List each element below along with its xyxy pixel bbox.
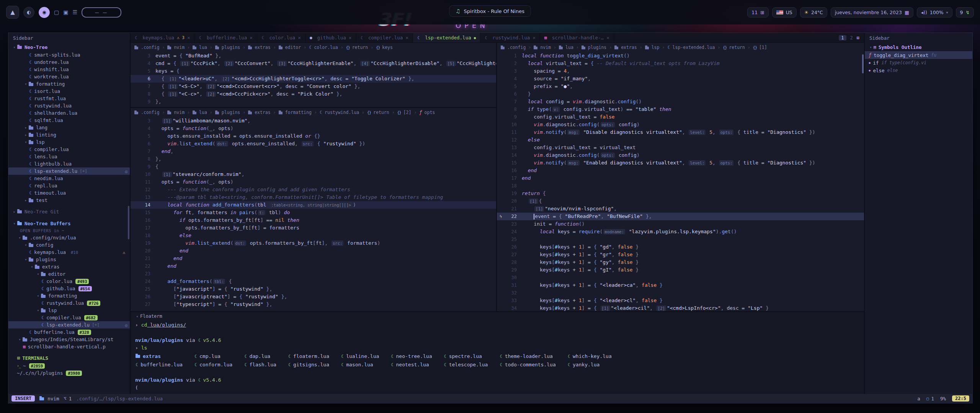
code-line[interactable]: 11 vim.notify(msg: "Disable diagnostics … (497, 128, 864, 136)
code-line[interactable]: 6 vim.list_extend(dst: opts.ensure_insta… (131, 140, 496, 148)
code-line[interactable]: 30 (497, 274, 864, 281)
battery-widget[interactable]: 9↯ (956, 7, 974, 18)
listing-entry[interactable]: extras (135, 352, 194, 360)
code-line[interactable]: 15 for ft, formatters in pairs(t: tbl) d… (131, 209, 496, 216)
code-line[interactable]: 25 (497, 236, 864, 243)
code-line[interactable]: 34 keys[#keys + 1] = { [1]"<leader>cil",… (497, 304, 864, 311)
code-line[interactable]: 26 keys[#keys + 1] = { "gd", false } (497, 243, 864, 251)
tree-item[interactable]: ☾smart-splits.lua (8, 51, 130, 59)
close-tab-icon[interactable]: × (250, 35, 253, 41)
tree-item[interactable]: ▾editor (8, 270, 130, 278)
code-line[interactable]: 4 source = "if_many", (497, 75, 864, 83)
tree-item[interactable]: ☾shellharden.lua (8, 109, 130, 117)
section-header[interactable]: ▾Neo-Tree (8, 43, 130, 51)
code-line[interactable]: 27 keys[#keys + 1] = { "gr", false } (497, 251, 864, 259)
code-line[interactable]: 17 opts.formatters_by_ft[ft] = formatter… (131, 224, 496, 232)
tree-item[interactable]: ▸linting (8, 131, 130, 138)
code-line[interactable]: 16 end (497, 167, 864, 174)
code-line[interactable]: 3 [1]"williamboman/mason.nvim", (131, 117, 496, 125)
window-button[interactable]: ▢ (54, 9, 59, 15)
code-line[interactable]: 27 ["typescript"] = { "rustywind" }, (131, 301, 496, 308)
close-tab-icon[interactable]: × (349, 35, 352, 41)
tree-item[interactable]: ~/.c/n/l/plugins#3980 (8, 369, 130, 377)
code-line[interactable]: 12 else (497, 136, 864, 144)
tree-item[interactable]: ▾plugins (8, 256, 130, 263)
code-line[interactable]: 29 keys[#keys + 1] = { "gI", false } (497, 266, 864, 274)
code-line[interactable]: 11 opts = function(_, opts) (131, 178, 496, 186)
listing-entry[interactable]: ☾yanky.lua (567, 360, 623, 369)
editor-tab[interactable]: ◉github.lua× (305, 33, 356, 42)
code-line[interactable]: 13 ---@param tbl table<string, conform.F… (131, 193, 496, 201)
code-line[interactable]: 9{ (131, 163, 496, 171)
code-line[interactable]: 26 ["javascriptreact"] = { "rustywind" }… (131, 293, 496, 301)
listing-entry[interactable]: ☾lualine.lua (341, 352, 390, 360)
tree-item[interactable]: ▾config (8, 241, 130, 249)
listing-entry[interactable]: ☾cmp.lua (194, 352, 244, 360)
listing-entry[interactable]: ☾bufferline.lua (135, 360, 194, 369)
code-line[interactable]: 7 { [1]"<S-C>", [2]"<cmd>CccConvert<cr>"… (131, 83, 496, 90)
tree-item[interactable]: ▾formatting (8, 80, 130, 88)
code-buffer[interactable]: 3 [1]"williamboman/mason.nvim",4 opts = … (131, 117, 496, 311)
code-line[interactable]: 22 end (131, 262, 496, 270)
listing-entry[interactable]: ☾neotest.lua (390, 360, 443, 369)
outline-symbol[interactable]: ƒtoggle_diag_virtextfu (865, 51, 972, 59)
tree-item[interactable]: ›_~#2859 (8, 362, 130, 369)
code-line[interactable]: 10 vim.diagnostic.config(opts: config) (497, 121, 864, 128)
editor-tab[interactable]: ☾lsp-extended.lua● (413, 33, 480, 42)
tree-item[interactable]: ☾rustywind.lua (8, 102, 130, 109)
workspace-indicator[interactable]: — — (82, 7, 121, 18)
code-line[interactable]: 14 vim.diagnostic.config(opts: config) (497, 151, 864, 159)
tree-item[interactable]: ☾undotree.lua (8, 59, 130, 66)
tree-item[interactable]: ☾rustfmt.lua (8, 95, 130, 102)
code-line[interactable]: 7 local config = vim.diagnostic.config() (497, 98, 864, 106)
close-tab-icon[interactable]: × (532, 35, 536, 41)
volume-widget[interactable]: ◂))100%▾ (917, 7, 952, 18)
code-line[interactable]: 7 end, (131, 148, 496, 155)
listing-entry[interactable]: ☾mason.lua (341, 360, 390, 369)
tree-item[interactable]: ☾lightbulb.lua (8, 160, 130, 167)
code-line[interactable]: 5 prefix = "●", (497, 83, 864, 90)
close-tab-icon[interactable]: × (187, 35, 190, 41)
tree-item[interactable]: ▾extras (8, 263, 130, 270)
code-line[interactable]: 6 { [1]"<leader>uC", [2]"<cmd>CccHighlig… (131, 75, 496, 83)
tree-item[interactable]: ☾repl.lua (8, 182, 130, 189)
editor-tab[interactable]: ☾rustywind.lua× (480, 33, 540, 42)
tree-item[interactable]: ▸test (8, 197, 130, 204)
code-line[interactable]: 5keys = { (131, 67, 496, 75)
listing-entry[interactable]: ☾dap.lua (244, 352, 288, 360)
floaterm-titlebar[interactable]: ▾ Floaterm (131, 312, 864, 320)
tree-item[interactable]: ☾timeout.lua (8, 189, 130, 197)
editor-tab[interactable]: ☾keymaps.lua⚠ 3× (131, 33, 195, 42)
notes-button[interactable]: ☰ (72, 9, 77, 15)
pane-scrollbar[interactable] (862, 54, 864, 73)
tree-item[interactable]: ☾lsp-extended.lu[+]◎ (8, 167, 130, 175)
code-line[interactable]: 33 keys[#keys + 1] = { "<leader>cl", fal… (497, 297, 864, 304)
code-line[interactable]: 20 end (131, 247, 496, 255)
date-widget[interactable]: jueves, noviembre 16, 2023▦ (831, 7, 913, 18)
listing-entry[interactable]: ☾neo-tree.lua (390, 352, 443, 360)
sidebar-scrollbar[interactable] (128, 206, 129, 239)
outline-symbol[interactable]: ◆elseelse (865, 67, 972, 74)
tree-item[interactable]: ☾bufferline.lua#328 (8, 328, 130, 336)
tree-item[interactable]: ☾keymaps.lua#10⚠ (8, 249, 130, 256)
code-line[interactable]: 18 else (131, 232, 496, 239)
panel-icon[interactable]: ⊞ (857, 35, 859, 41)
listing-entry[interactable]: ☾flash.lua (244, 360, 288, 369)
tree-item[interactable]: ☾winshift.lua (8, 66, 130, 73)
tree-item[interactable]: ☾worktree.lua (8, 73, 130, 80)
tree-item[interactable]: ▾formatting (8, 292, 130, 299)
listing-entry[interactable]: ☾conform.lua (194, 360, 244, 369)
code-line[interactable]: 8 if type(v: config.virtual_text) == "ta… (497, 106, 864, 113)
listing-entry[interactable]: ☾spectre.lua (443, 352, 499, 360)
code-line[interactable]: 32 (497, 289, 864, 297)
tree-item[interactable]: ☾lsp-extended.lu[+]◎ (8, 321, 130, 328)
editor-tab[interactable]: ☾bufferline.lua× (195, 33, 257, 42)
tree-item[interactable]: ▾lsp (8, 307, 130, 314)
tree-item[interactable]: ☾compiler.lua (8, 146, 130, 153)
listing-entry[interactable]: ☾theme-loader.lua (499, 352, 567, 360)
timer-button[interactable]: ◐ (23, 7, 34, 18)
tree-item[interactable]: ☾sqlfmt.lua (8, 117, 130, 124)
close-tab-icon[interactable]: × (606, 35, 609, 41)
stack-button[interactable]: ▣ (63, 9, 68, 15)
code-line[interactable]: 3 spacing = 4, (497, 67, 864, 75)
